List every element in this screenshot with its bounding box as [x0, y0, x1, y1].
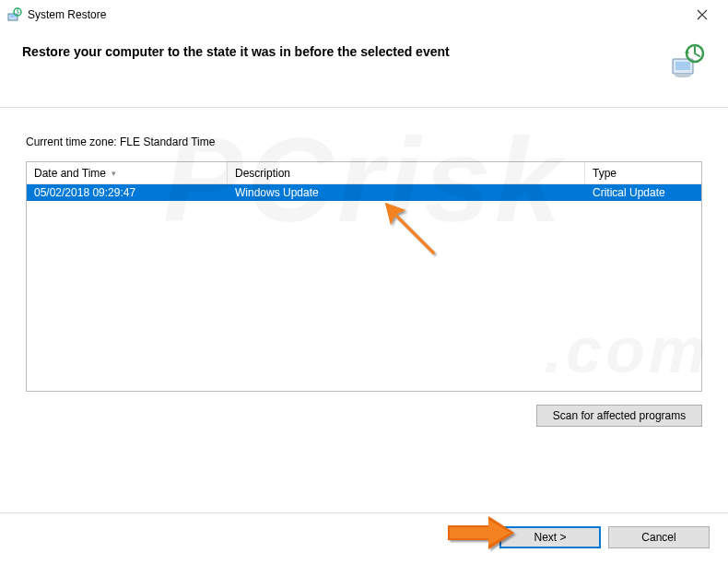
col-header-date-label: Date and Time — [34, 167, 106, 180]
cancel-button[interactable]: Cancel — [608, 526, 710, 548]
header: Restore your computer to the state it wa… — [0, 29, 728, 107]
col-header-date[interactable]: Date and Time ▾ — [27, 162, 228, 183]
col-header-type[interactable]: Type — [585, 162, 701, 183]
table-header: Date and Time ▾ Description Type — [27, 162, 701, 184]
scan-affected-button[interactable]: Scan for affected programs — [536, 405, 702, 427]
restore-large-icon — [669, 42, 706, 79]
restore-icon — [7, 7, 22, 22]
svg-rect-4 — [675, 62, 690, 70]
next-button[interactable]: Next > — [499, 526, 601, 548]
header-text: Restore your computer to the state it wa… — [22, 42, 669, 59]
content-area: Current time zone: FLE Standard Time Dat… — [0, 108, 728, 436]
footer: Next > Cancel — [0, 512, 728, 565]
cell-date: 05/02/2018 09:29:47 — [27, 185, 228, 200]
cell-type: Critical Update — [585, 185, 701, 200]
window-title: System Restore — [28, 8, 684, 21]
timezone-label: Current time zone: FLE Standard Time — [26, 135, 702, 148]
col-header-desc[interactable]: Description — [228, 162, 585, 183]
svg-point-5 — [675, 74, 691, 77]
scan-row: Scan for affected programs — [26, 405, 702, 427]
sort-desc-icon: ▾ — [112, 169, 116, 178]
table-row[interactable]: 05/02/2018 09:29:47 Windows Update Criti… — [27, 184, 701, 201]
titlebar: System Restore — [0, 0, 728, 29]
table-body: 05/02/2018 09:29:47 Windows Update Criti… — [27, 184, 701, 201]
restore-points-table: Date and Time ▾ Description Type 05/02/2… — [26, 161, 702, 392]
close-button[interactable] — [684, 2, 721, 28]
cell-desc: Windows Update — [228, 185, 585, 200]
